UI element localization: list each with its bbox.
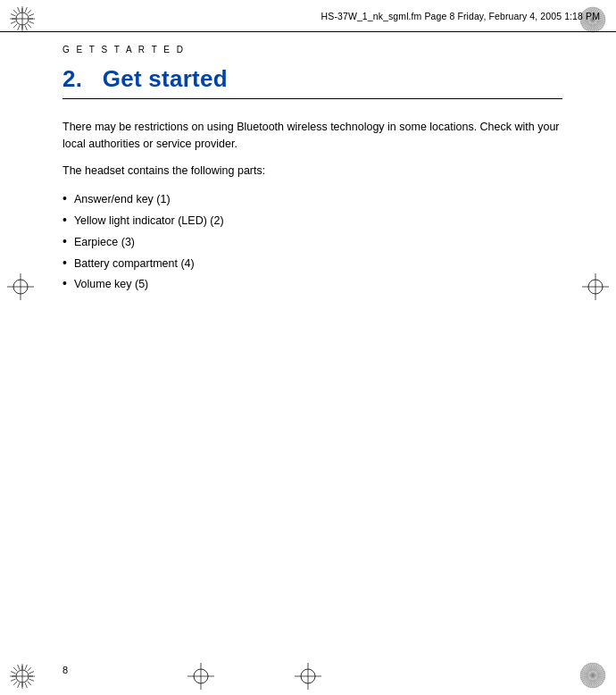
svg-line-54 (28, 682, 31, 685)
list-item: Battery compartment (4) (62, 253, 562, 274)
svg-line-62 (13, 667, 17, 671)
svg-line-51 (29, 672, 34, 674)
svg-line-63 (18, 665, 20, 670)
svg-line-61 (11, 672, 16, 674)
section-label: G e t s t a r t e d (62, 45, 562, 54)
svg-line-58 (13, 682, 17, 685)
parts-intro: The headset contains the following parts… (62, 163, 562, 180)
regmark-bottom-center-left (187, 663, 214, 690)
svg-line-57 (18, 682, 20, 688)
chapter-heading: 2. Get started (62, 65, 562, 93)
intro-paragraph: There may be restrictions on using Bluet… (62, 119, 562, 154)
svg-line-59 (11, 679, 16, 681)
sunburst-bottom-right (577, 659, 609, 691)
heading-rule (62, 98, 562, 99)
regmark-mid-left (7, 273, 34, 300)
sunburst-bottom-left (7, 661, 37, 691)
header-text: HS-37W_1_nk_sgml.fm Page 8 Friday, Febru… (321, 11, 600, 21)
regmark-mid-right (582, 273, 609, 300)
list-item: Yellow light indicator (LED) (2) (62, 210, 562, 231)
header-bar: HS-37W_1_nk_sgml.fm Page 8 Friday, Febru… (0, 0, 616, 32)
svg-line-49 (25, 665, 27, 670)
parts-list: Answer/end key (1) Yellow light indicato… (62, 188, 562, 295)
svg-line-55 (25, 682, 27, 688)
main-content: G e t s t a r t e d 2. Get started There… (62, 45, 562, 641)
list-item: Volume key (5) (62, 273, 562, 295)
page-number: 8 (62, 665, 68, 675)
svg-line-53 (29, 679, 34, 681)
svg-line-50 (28, 667, 31, 671)
list-item: Earpiece (3) (62, 231, 562, 253)
list-item: Answer/end key (1) (62, 188, 562, 210)
regmark-bottom-center (295, 663, 321, 690)
